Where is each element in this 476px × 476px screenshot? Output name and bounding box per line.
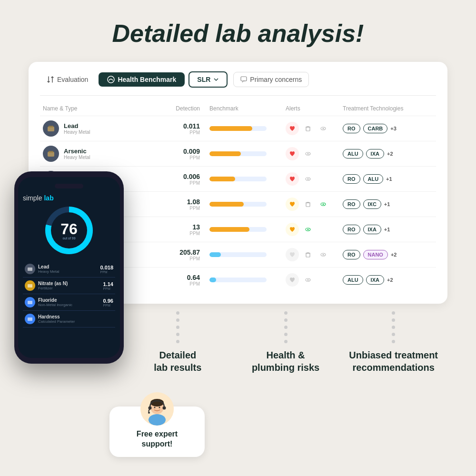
phone-item-left: Lead Heavy Metal (25, 264, 59, 274)
treatment-badge-ro[interactable]: RO (343, 250, 360, 259)
benchmark-bar-container (209, 227, 267, 232)
alerts-cell (286, 273, 343, 287)
benchmark-bar-container (209, 252, 267, 257)
svg-point-40 (150, 399, 164, 407)
treatment-more: +2 (391, 252, 397, 258)
svg-rect-3 (49, 126, 53, 128)
detection-unit: PPM (148, 180, 200, 186)
svg-rect-17 (306, 203, 310, 207)
dots-detailed (124, 309, 232, 343)
alerts-cell (286, 198, 343, 211)
tab-health-benchmark[interactable]: Health Benchmark (99, 72, 185, 87)
phone-item-icon (25, 297, 35, 307)
table-row: ArsenicHeavy Metal0.009PPMALUIXA+2 (40, 141, 436, 166)
detection-unit: PPM (148, 231, 200, 236)
detection-value: 0.006 (148, 173, 200, 180)
score-circle: 76 out of 99 (45, 207, 93, 254)
eye-icon (302, 274, 314, 286)
detection-unit: PPM (148, 256, 200, 261)
treatment-badge-nano[interactable]: NANO (363, 250, 388, 259)
benchmark-cell (209, 227, 286, 232)
phone-list: Lead Heavy Metal 0.018 PPM Nitrate (as N… (23, 261, 115, 327)
phone-notch (55, 184, 83, 188)
feature-health-title: Health &plumbing risks (232, 349, 340, 374)
score-inner: 76 out of 99 (51, 212, 87, 248)
phone-item-unit: PPM (103, 304, 113, 307)
eye-icon (302, 223, 314, 236)
svg-point-19 (323, 204, 324, 205)
phone-item-icon (25, 314, 35, 324)
treatment-badge-ro[interactable]: RO (343, 174, 360, 184)
trash-icon (302, 248, 314, 261)
benchmark-bar-fill (209, 177, 235, 181)
dot (392, 326, 395, 329)
benchmark-cell (209, 126, 286, 131)
heart-placeholder-icon (286, 248, 299, 261)
detection-unit: PPM (148, 281, 200, 287)
benchmark-bar-container (209, 177, 267, 181)
chevron-down-icon (213, 77, 219, 82)
dots-health (232, 309, 340, 343)
phone-item-info: Lead Heavy Metal (38, 264, 59, 274)
heart-alert-icon (286, 122, 299, 135)
treatment-badge-alu[interactable]: ALU (343, 275, 363, 285)
treatment-more: +1 (384, 201, 390, 207)
treatment-more: +1 (384, 227, 390, 232)
treatment-badge-ixa[interactable]: IXA (366, 275, 384, 285)
treatments-cell: ALUIXA+2 (343, 275, 433, 285)
sort-icon (47, 76, 54, 83)
phone-item-type: Heavy Metal (38, 269, 59, 274)
heart-alert-icon (286, 223, 299, 236)
score-number: 76 (60, 221, 78, 237)
trash-icon (302, 122, 314, 135)
treatments-cell: ALUIXA+2 (343, 149, 433, 159)
svg-point-10 (307, 153, 309, 155)
benchmark-bar-fill (209, 202, 244, 207)
treatment-badge-ixa[interactable]: IXA (366, 149, 384, 159)
col-treatments: Treatment Technologies (343, 105, 433, 112)
contam-info: LeadHeavy Metal (64, 122, 90, 135)
treatment-badge-ro[interactable]: RO (343, 124, 360, 133)
dot (176, 340, 179, 343)
treatment-more: +2 (387, 151, 393, 157)
contam-name-text: Arsenic (64, 148, 90, 155)
dot (176, 318, 179, 322)
treatment-badge-ixa[interactable]: IXA (363, 225, 381, 234)
svg-point-45 (159, 407, 160, 408)
phone-item-name: Lead (38, 264, 59, 269)
dot (176, 311, 179, 315)
treatment-badge-ro[interactable]: RO (343, 199, 360, 209)
dot (284, 340, 288, 343)
phone-item-name: Nitrate (as N) (38, 281, 68, 286)
simplelab-logo: simplelab (23, 194, 115, 202)
treatments-cell: ROIXC+1 (343, 199, 433, 209)
feature-unbiased-title: Unbiased treatmentrecommendations (339, 349, 447, 374)
treatment-badge-carb[interactable]: CARB (363, 124, 388, 133)
contam-info: ArsenicHeavy Metal (64, 148, 90, 160)
detection-value: 0.011 (148, 122, 200, 130)
tab-primary-label: Primary concerns (250, 76, 302, 83)
eye-icon (317, 248, 329, 261)
treatment-badge-ro[interactable]: RO (343, 225, 360, 234)
benchmark-bar-container (209, 126, 267, 131)
svg-point-38 (149, 414, 166, 426)
svg-rect-36 (28, 317, 32, 321)
detection-value: 0.009 (148, 148, 200, 155)
detection-value: 13 (148, 223, 200, 231)
tab-primary-concerns[interactable]: Primary concerns (233, 72, 309, 87)
col-detection: Detection (148, 105, 209, 112)
tab-slr-label: SLR (197, 76, 210, 83)
treatment-badge-alu[interactable]: ALU (343, 149, 363, 159)
phone-list-item: Lead Heavy Metal 0.018 PPM (23, 261, 115, 278)
tab-evaluation[interactable]: Evaluation (40, 72, 95, 87)
phone-item-value: 0.018 PPM (100, 265, 113, 274)
dot (392, 318, 395, 322)
feature-detailed: Detailedlab results (124, 309, 232, 374)
treatment-more: +1 (386, 176, 392, 182)
treatment-badge-alu[interactable]: ALU (363, 174, 384, 184)
treatment-badge-ixc[interactable]: IXC (363, 199, 381, 209)
alerts-cell (286, 223, 343, 236)
logo-simple: simple (23, 194, 42, 202)
heart-alert-icon (286, 273, 299, 287)
tab-slr[interactable]: SLR (188, 71, 228, 88)
